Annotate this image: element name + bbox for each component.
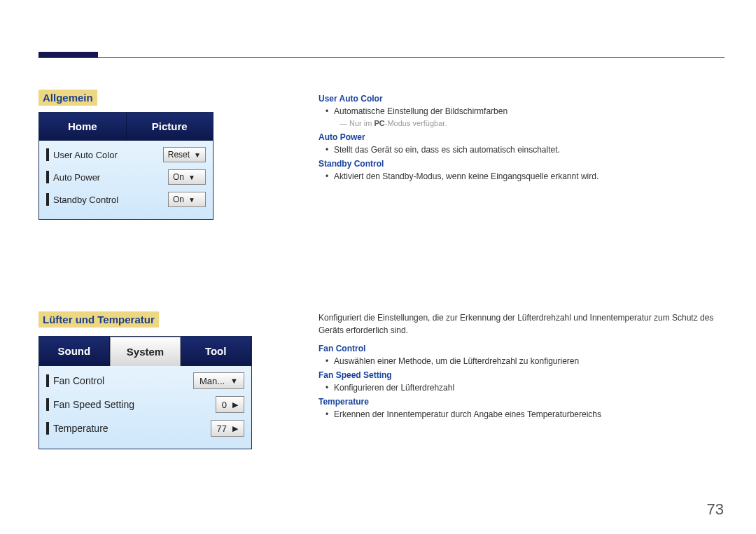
panel-general: User Auto Color Reset ▼ Auto Power On ▼ …: [39, 141, 213, 219]
label-fan-speed: Fan Speed Setting: [53, 399, 216, 410]
description-fan-temp: Konfiguriert die Einstellungen, die zur …: [318, 311, 724, 421]
tab-picture[interactable]: Picture: [127, 113, 214, 141]
label-standby-control: Standby Control: [53, 195, 168, 205]
row-auto-power: Auto Power On ▼: [39, 166, 213, 188]
tabbar-sound-system-tool: Sound System Tool: [39, 337, 251, 366]
chevron-down-icon: ▼: [188, 196, 195, 204]
chevron-down-icon: ▼: [194, 151, 201, 159]
value-fan-control: Man...: [200, 376, 225, 386]
dropdown-user-auto-color[interactable]: Reset ▼: [163, 147, 206, 162]
tab-home[interactable]: Home: [39, 113, 127, 141]
spinner-fan-speed[interactable]: 0 ▶: [216, 396, 244, 413]
dropdown-fan-control[interactable]: Man... ▼: [193, 372, 244, 389]
chevron-down-icon: ▼: [188, 174, 195, 181]
note-pc-mode: ― Nur im PC-Modus verfügbar.: [318, 118, 724, 129]
row-marker: [46, 193, 49, 206]
bullet-user-auto-color: Automatische Einstellung der Bildschirmf…: [318, 105, 724, 118]
row-marker: [46, 398, 49, 411]
row-marker: [46, 422, 49, 435]
value-fan-speed: 0: [222, 400, 227, 410]
heading-user-auto-color: User Auto Color: [318, 92, 724, 105]
description-general: User Auto Color Automatische Einstellung…: [318, 91, 724, 183]
chevron-down-icon: ▼: [230, 377, 238, 385]
row-fan-speed: Fan Speed Setting 0 ▶: [39, 393, 251, 416]
dropdown-auto-power[interactable]: On ▼: [168, 169, 206, 185]
spinner-temperature[interactable]: 77 ▶: [211, 420, 244, 437]
heading-temperature: Temperature: [318, 395, 724, 408]
row-marker: [46, 148, 49, 161]
row-marker: [46, 374, 49, 387]
heading-fan-control: Fan Control: [318, 342, 724, 355]
chevron-right-icon: ▶: [232, 400, 238, 409]
row-user-auto-color: User Auto Color Reset ▼: [39, 143, 213, 166]
row-marker: [46, 171, 49, 183]
value-auto-power: On: [173, 172, 184, 182]
value-temperature: 77: [217, 423, 227, 434]
tab-tool[interactable]: Tool: [181, 337, 251, 366]
label-temperature: Temperature: [53, 423, 211, 434]
intro-fan-temp: Konfiguriert die Einstellungen, die zur …: [318, 311, 724, 337]
bullet-auto-power: Stellt das Gerät so ein, dass es sich au…: [318, 143, 724, 156]
heading-standby-control: Standby Control: [318, 157, 724, 170]
panel-fan-temp: Fan Control Man... ▼ Fan Speed Setting 0…: [39, 366, 251, 449]
bullet-fan-speed-setting: Konfigurieren der Lüfterdrehzahl: [318, 381, 724, 394]
chevron-right-icon: ▶: [232, 424, 238, 433]
value-standby-control: On: [173, 195, 184, 204]
section-title-allgemein: Allgemein: [38, 90, 97, 106]
note-pc: PC: [374, 119, 385, 127]
header-rule: [38, 57, 724, 58]
bullet-temperature: Erkennen der Innentemperatur durch Angab…: [318, 408, 724, 421]
tabbar-home-picture: Home Picture: [39, 113, 213, 141]
label-fan-control: Fan Control: [53, 375, 193, 386]
heading-auto-power: Auto Power: [318, 131, 724, 143]
tab-sound[interactable]: Sound: [39, 337, 110, 366]
tab-system[interactable]: System: [110, 337, 181, 366]
header-accent: [38, 52, 98, 57]
value-user-auto-color: Reset: [168, 150, 190, 160]
note-text: Nur im: [349, 119, 374, 127]
bullet-fan-control: Auswählen einer Methode, um die Lüfterdr…: [318, 355, 724, 367]
row-temperature: Temperature 77 ▶: [39, 416, 251, 440]
row-standby-control: Standby Control On ▼: [39, 188, 213, 211]
page-number: 73: [707, 500, 724, 519]
note-text: -Modus verfügbar.: [385, 119, 447, 127]
label-auto-power: Auto Power: [53, 172, 168, 183]
screenshot-fan-temp: Sound System Tool Fan Control Man... ▼ F…: [38, 336, 252, 449]
screenshot-general: Home Picture User Auto Color Reset ▼ Aut…: [38, 112, 214, 220]
bullet-standby-control: Aktiviert den Standby-Modus, wenn keine …: [318, 170, 724, 183]
row-fan-control: Fan Control Man... ▼: [39, 369, 251, 393]
label-user-auto-color: User Auto Color: [53, 150, 163, 160]
dropdown-standby-control[interactable]: On ▼: [168, 192, 206, 207]
section-title-luefter: Lüfter und Temperatur: [38, 311, 159, 328]
heading-fan-speed-setting: Fan Speed Setting: [318, 369, 724, 381]
